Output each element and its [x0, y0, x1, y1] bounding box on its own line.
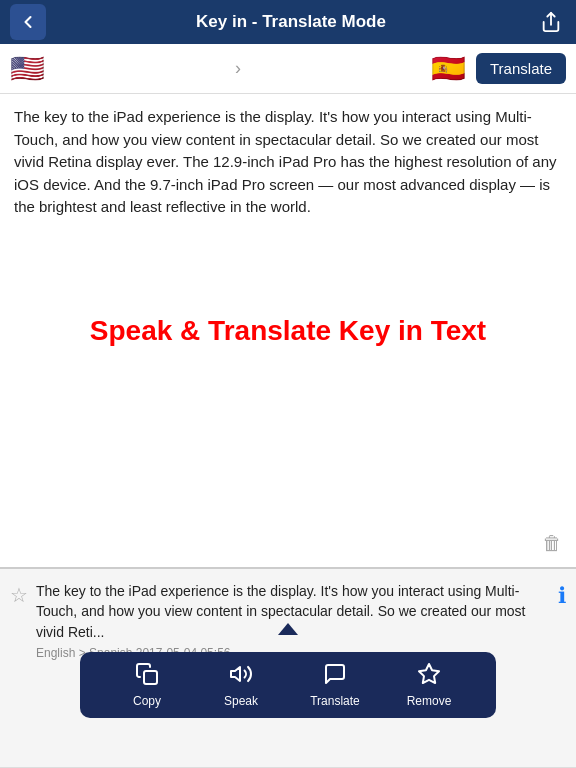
- input-text-display[interactable]: The key to the iPad experience is the di…: [0, 94, 576, 231]
- speak-action[interactable]: Speak: [216, 662, 266, 708]
- info-icon[interactable]: ℹ: [558, 583, 566, 609]
- translate-action[interactable]: Translate: [310, 662, 360, 708]
- translate-icon: [323, 662, 347, 690]
- language-selector-bar: 🇺🇸 › 🇪🇸 Translate: [0, 44, 576, 94]
- speak-label: Speak: [224, 694, 258, 708]
- history-text-block: The key to the iPad experience is the di…: [36, 581, 550, 660]
- translate-label: Translate: [310, 694, 360, 708]
- target-flag[interactable]: 🇪🇸: [431, 52, 466, 85]
- translate-button[interactable]: Translate: [476, 53, 566, 84]
- header-bar: Key in - Translate Mode: [0, 0, 576, 44]
- remove-label: Remove: [407, 694, 452, 708]
- direction-arrow: ›: [45, 58, 431, 79]
- remove-icon: [417, 662, 441, 690]
- favorite-icon[interactable]: ☆: [10, 583, 28, 607]
- back-button[interactable]: [10, 4, 46, 40]
- remove-action[interactable]: Remove: [404, 662, 454, 708]
- copy-action[interactable]: Copy: [122, 662, 172, 708]
- copy-icon: [135, 662, 159, 690]
- action-toolbar: Copy Speak Translate: [80, 652, 496, 718]
- source-flag[interactable]: 🇺🇸: [10, 52, 45, 85]
- bottom-panel: ☆ The key to the iPad experience is the …: [0, 568, 576, 768]
- page-title: Key in - Translate Mode: [46, 12, 536, 32]
- copy-label: Copy: [133, 694, 161, 708]
- tooltip-arrow: [278, 623, 298, 635]
- delete-icon[interactable]: 🗑: [542, 532, 562, 555]
- main-text-area: The key to the iPad experience is the di…: [0, 94, 576, 568]
- speak-icon: [229, 662, 253, 690]
- watermark-label: Speak & Translate Key in Text: [29, 315, 547, 347]
- svg-marker-3: [419, 664, 439, 683]
- svg-marker-2: [231, 667, 240, 681]
- svg-rect-1: [144, 671, 157, 684]
- share-button[interactable]: [536, 7, 566, 37]
